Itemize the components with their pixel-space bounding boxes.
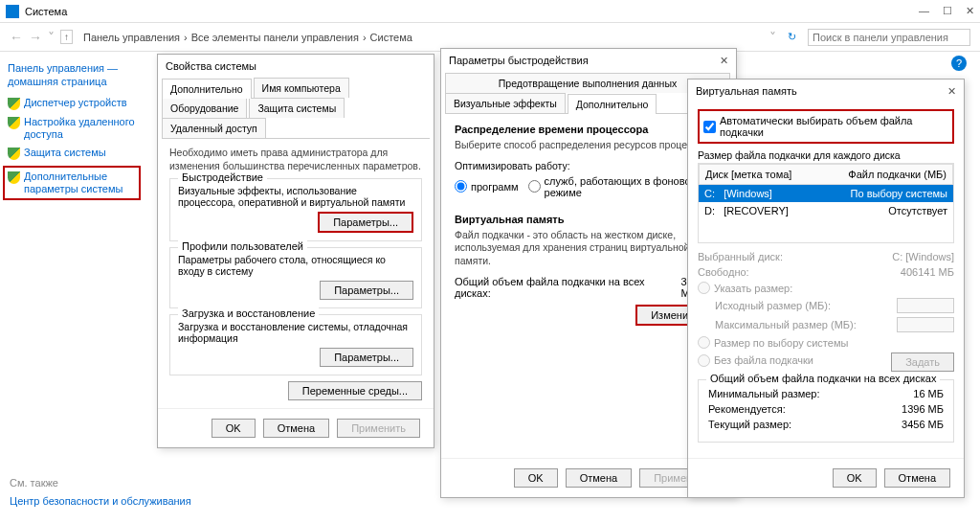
tab-protection[interactable]: Защита системы: [249, 98, 345, 118]
section-cpu: Распределение времени процессора Выберит…: [455, 124, 723, 202]
up-button[interactable]: ↑: [60, 30, 73, 44]
ok-button[interactable]: OK: [833, 468, 877, 488]
close-icon[interactable]: ✕: [720, 55, 728, 67]
tab-remote[interactable]: Удаленный доступ: [162, 118, 266, 138]
refresh-button[interactable]: ↻: [782, 31, 802, 43]
sidebar-item-device-manager[interactable]: Диспетчер устройств: [8, 97, 136, 110]
dialog-titlebar: Параметры быстродействия ✕: [441, 49, 736, 73]
max-size-input[interactable]: [897, 317, 954, 332]
dialog-titlebar: Свойства системы: [158, 55, 434, 78]
sidebar-item-label: Защита системы: [24, 147, 106, 159]
tabs: Имя компьютера Оборудование Дополнительн…: [162, 78, 430, 139]
close-icon[interactable]: ✕: [947, 85, 956, 98]
tab-hardware[interactable]: Оборудование: [162, 98, 247, 118]
radio-programs[interactable]: программ: [455, 175, 519, 198]
sidebar-item-remote[interactable]: Настройка удаленного доступа: [8, 116, 136, 141]
startup-settings-button[interactable]: Параметры...: [320, 348, 413, 367]
group-startup: Загрузка и восстановление Загрузка и вос…: [169, 314, 422, 375]
tab-advanced[interactable]: Дополнительно: [568, 94, 657, 114]
tab-visual[interactable]: Визуальные эффекты: [445, 93, 566, 113]
dialog-title: Виртуальная память: [696, 85, 797, 98]
crumb-2[interactable]: Система: [370, 32, 412, 43]
sidebar-item-label: Диспетчер устройств: [24, 97, 127, 109]
dialog-titlebar: Виртуальная память ✕: [688, 80, 964, 103]
dialog-title: Параметры быстродействия: [449, 55, 589, 67]
search-input[interactable]: [808, 29, 970, 46]
radio-system-managed[interactable]: Размер по выбору системы: [698, 336, 954, 349]
dialog-title: Свойства системы: [166, 60, 256, 72]
rec-size: 1396 МБ: [902, 403, 944, 415]
min-size: 16 МБ: [913, 388, 944, 399]
titlebar: Система — ☐ ✕: [0, 0, 980, 23]
crumb-0[interactable]: Панель управления: [83, 32, 180, 43]
ok-button[interactable]: OK: [212, 419, 256, 438]
group-profiles: Профили пользователей Параметры рабочего…: [169, 247, 422, 308]
sidebar-item-label: Настройка удаленного доступа: [24, 116, 136, 141]
see-also-link[interactable]: Центр безопасности и обслуживания: [10, 494, 191, 508]
apply-button[interactable]: Применить: [337, 419, 420, 438]
performance-settings-button[interactable]: Параметры...: [318, 212, 413, 233]
shield-icon: [8, 148, 20, 160]
sidebar-item-protection[interactable]: Защита системы: [8, 147, 136, 160]
dialog-virtual-memory: Виртуальная память ✕ Автоматически выбир…: [687, 79, 965, 498]
cancel-button[interactable]: Отмена: [566, 468, 632, 488]
crumb-1[interactable]: Все элементы панели управления: [191, 32, 359, 43]
window-title: Система: [25, 6, 919, 17]
drive-list[interactable]: Диск [метка тома] Файл подкачки (МБ) C: …: [698, 163, 954, 243]
tab-advanced[interactable]: Дополнительно: [162, 79, 252, 99]
sidebar: Панель управления — домашняя страница Ди…: [0, 52, 144, 523]
section-vm: Виртуальная память Файл подкачки - это о…: [455, 214, 723, 326]
cancel-button[interactable]: Отмена: [263, 419, 329, 438]
dialog-system-properties: Свойства системы Имя компьютера Оборудов…: [157, 54, 434, 448]
shield-icon: [8, 98, 20, 110]
auto-manage-checkbox[interactable]: Автоматически выбирать объем файла подка…: [698, 109, 954, 144]
ok-button[interactable]: OK: [514, 468, 558, 488]
set-button[interactable]: Задать: [891, 352, 954, 372]
minimize-button[interactable]: —: [919, 5, 929, 17]
group-performance: Быстродействие Визуальные эффекты, испол…: [169, 178, 422, 241]
see-also: См. также Центр безопасности и обслужива…: [10, 477, 191, 508]
drive-row-d[interactable]: D: [RECOVERY] Отсутствует: [699, 202, 953, 219]
radio-custom-size[interactable]: Указать размер:: [698, 282, 954, 294]
group-summary: Общий объем файла подкачки на всех диска…: [698, 379, 954, 443]
shield-icon: [8, 117, 20, 129]
cur-size: 3456 МБ: [902, 419, 944, 430]
maximize-button[interactable]: ☐: [943, 5, 952, 17]
selected-drive: C: [Windows]: [892, 251, 954, 262]
profiles-settings-button[interactable]: Параметры...: [320, 281, 413, 300]
help-icon[interactable]: ?: [951, 56, 967, 71]
forward-button[interactable]: →: [29, 30, 42, 45]
history-dropdown[interactable]: ˅: [48, 30, 55, 45]
see-also-header: См. также: [10, 477, 191, 489]
shield-icon: [8, 171, 20, 184]
free-space: 406141 МБ: [901, 266, 954, 278]
system-icon: [6, 5, 19, 18]
sidebar-item-advanced[interactable]: Дополнительные параметры системы: [3, 166, 141, 200]
sidebar-item-label: Дополнительные параметры системы: [24, 171, 136, 195]
control-panel-home[interactable]: Панель управления — домашняя страница: [8, 61, 136, 89]
admin-note: Необходимо иметь права администратора дл…: [169, 147, 422, 172]
breadcrumb[interactable]: Панель управления› Все элементы панели у…: [78, 29, 764, 46]
cancel-button[interactable]: Отмена: [884, 468, 950, 488]
back-button[interactable]: ←: [10, 30, 23, 45]
drive-row-c[interactable]: C: [Windows] По выбору системы: [699, 185, 953, 202]
radio-no-paging[interactable]: Без файла подкачки: [698, 354, 813, 367]
env-vars-button[interactable]: Переменные среды...: [288, 381, 422, 400]
crumb-dropdown[interactable]: ˅: [769, 30, 776, 45]
close-button[interactable]: ✕: [966, 5, 974, 17]
tab-computer-name[interactable]: Имя компьютера: [254, 78, 349, 98]
initial-size-input[interactable]: [897, 298, 954, 313]
